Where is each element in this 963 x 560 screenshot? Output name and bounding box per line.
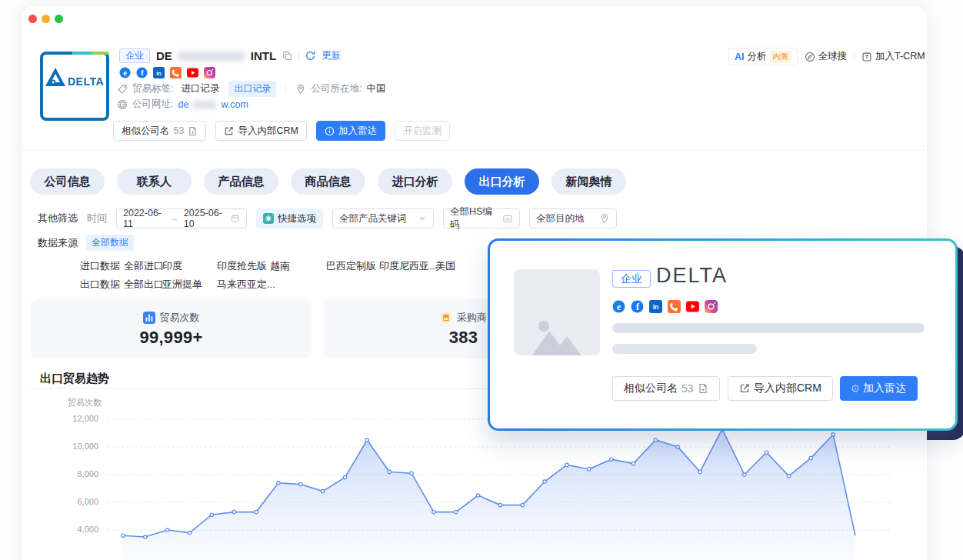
copy-icon[interactable] bbox=[282, 51, 292, 61]
y-axis-tick-label: 6,000 bbox=[46, 497, 98, 506]
import-crm-button[interactable]: 导入内部CRM bbox=[728, 376, 833, 401]
import-record-tag[interactable]: 进口记录 bbox=[181, 82, 219, 95]
facebook-icon[interactable]: f bbox=[136, 67, 148, 78]
location-label: 公司所在地: bbox=[311, 82, 362, 95]
similar-company-button[interactable]: 相似公司名 53 bbox=[113, 121, 206, 141]
data-source-option[interactable]: 美国 bbox=[435, 259, 455, 273]
logo-accent-teal bbox=[72, 52, 92, 55]
quick-options-button[interactable]: 快捷选项 bbox=[256, 208, 323, 228]
location-icon bbox=[295, 84, 306, 95]
ai-analysis-button[interactable]: AI 分析 内测 bbox=[728, 48, 798, 65]
export-record-tag[interactable]: 出口记录 bbox=[228, 81, 276, 97]
hs-code-select[interactable]: 全部HS编码 HS bbox=[443, 208, 520, 228]
svg-text:e: e bbox=[617, 302, 621, 312]
company-logo: DELTA bbox=[40, 52, 109, 121]
svg-text:e: e bbox=[123, 68, 127, 77]
data-source-option[interactable]: 巴西定制版 bbox=[326, 259, 376, 273]
tab-export-analysis[interactable]: 出口分析 bbox=[465, 168, 539, 195]
global-search-button[interactable]: 全球搜 bbox=[805, 50, 848, 63]
refresh-button[interactable]: 更新 bbox=[322, 49, 341, 62]
start-monitor-button[interactable]: 开启监测 bbox=[395, 121, 450, 141]
stat-label: 贸易次数 bbox=[160, 311, 200, 325]
product-keyword-select[interactable]: 全部产品关键词 bbox=[332, 208, 434, 228]
add-radar-button[interactable]: 加入雷达 bbox=[840, 376, 918, 401]
tab-news[interactable]: 新闻舆情 bbox=[551, 168, 626, 195]
stat-label: 采购商 bbox=[457, 311, 487, 325]
company-image-placeholder bbox=[514, 269, 600, 355]
data-source-option[interactable]: 印度 bbox=[162, 259, 182, 273]
refresh-icon[interactable] bbox=[305, 51, 315, 61]
stat-value: 383 bbox=[449, 328, 478, 348]
svg-text:in: in bbox=[653, 303, 659, 311]
data-source-selected[interactable]: 全部数据 bbox=[86, 235, 134, 251]
screenshot-root: DELTA 企业 DE INTL 更新 efin 贸易标签: 进口记录 出口记录… bbox=[0, 0, 963, 560]
redacted-domain bbox=[193, 101, 216, 108]
data-source-option[interactable]: 全部进口 bbox=[124, 259, 164, 273]
similar-company-button[interactable]: 相似公司名 53 bbox=[612, 376, 720, 401]
divider bbox=[285, 85, 286, 94]
tab-goods-info[interactable]: 商品信息 bbox=[291, 168, 365, 195]
stat-value: 99,999+ bbox=[139, 328, 202, 348]
website-icon[interactable]: e bbox=[612, 300, 625, 313]
calendar-icon bbox=[231, 213, 240, 224]
website-link-suffix[interactable]: w.com bbox=[221, 99, 248, 110]
buyer-icon bbox=[440, 312, 452, 324]
data-source-option[interactable]: 马来西亚定... bbox=[217, 278, 275, 292]
youtube-icon[interactable] bbox=[686, 300, 699, 313]
website-icon[interactable]: e bbox=[119, 67, 131, 78]
join-tcrm-button[interactable]: 加入T-CRM bbox=[861, 50, 925, 63]
tab-company-info[interactable]: 公司信息 bbox=[30, 168, 105, 195]
phone-icon[interactable] bbox=[170, 67, 182, 78]
other-filters-label[interactable]: 其他筛选 bbox=[38, 212, 78, 225]
data-source-group-label: 出口数据 bbox=[80, 278, 120, 292]
logo-accent-green bbox=[92, 52, 109, 55]
date-range-picker[interactable]: 2022-06-11 → 2025-06-10 bbox=[116, 208, 247, 228]
hs-code-icon: HS bbox=[502, 213, 513, 225]
linkedin-icon[interactable]: in bbox=[649, 300, 662, 313]
instagram-icon[interactable] bbox=[204, 67, 215, 78]
company-overlay-card: 企业 DELTA efin 相似公司名 53 导入内部CRM 加入雷达 bbox=[488, 238, 958, 431]
tab-contacts[interactable]: 联系人 bbox=[117, 168, 192, 195]
compass-icon bbox=[805, 52, 815, 62]
skeleton-line bbox=[612, 323, 925, 333]
destination-select[interactable]: 全部目的地 bbox=[529, 208, 617, 228]
document-icon bbox=[188, 126, 198, 136]
instagram-icon[interactable] bbox=[705, 300, 718, 313]
import-crm-button[interactable]: 导入内部CRM bbox=[215, 121, 306, 141]
close-window-button[interactable] bbox=[28, 15, 37, 23]
data-source-header: 数据来源 全部数据 bbox=[38, 235, 134, 251]
phone-icon[interactable] bbox=[668, 300, 681, 313]
image-placeholder-icon bbox=[532, 317, 581, 355]
data-source-option[interactable]: 印度尼西亚... bbox=[379, 259, 438, 273]
facebook-icon[interactable]: f bbox=[631, 300, 644, 313]
linkedin-icon[interactable]: in bbox=[153, 67, 165, 78]
svg-text:f: f bbox=[141, 68, 144, 77]
y-axis-label: 贸易次数 bbox=[68, 397, 102, 408]
chart-title: 出口贸易趋势 bbox=[40, 372, 109, 386]
tab-import-analysis[interactable]: 进口分析 bbox=[378, 168, 452, 195]
minimize-window-button[interactable] bbox=[42, 15, 50, 23]
quick-options-icon bbox=[263, 213, 274, 224]
window-controls bbox=[28, 15, 63, 23]
data-source-option[interactable]: 越南 bbox=[270, 259, 290, 273]
y-axis-tick-label: 10,000 bbox=[46, 442, 98, 451]
youtube-icon[interactable] bbox=[187, 67, 198, 78]
company-type-badge: 企业 bbox=[612, 270, 651, 288]
divider bbox=[298, 52, 299, 61]
add-radar-button[interactable]: 加入雷达 bbox=[316, 121, 385, 141]
tag-icon bbox=[117, 84, 128, 95]
social-links-row: efin bbox=[612, 300, 718, 313]
data-source-option[interactable]: 亚洲提单 bbox=[162, 278, 202, 292]
info-icon bbox=[325, 126, 335, 136]
social-links-row: efin bbox=[119, 67, 215, 78]
y-axis-tick-label: 8,000 bbox=[46, 469, 98, 478]
data-source-option[interactable]: 印度抢先版 bbox=[217, 259, 267, 273]
divider bbox=[854, 52, 855, 62]
svg-text:HS: HS bbox=[505, 217, 511, 221]
ai-label: AI bbox=[735, 52, 745, 62]
header-divider bbox=[22, 150, 926, 151]
tab-product-info[interactable]: 产品信息 bbox=[204, 168, 278, 195]
maximize-window-button[interactable] bbox=[55, 15, 63, 23]
data-source-option[interactable]: 全部出口 bbox=[124, 278, 164, 292]
website-link-prefix[interactable]: de bbox=[178, 99, 188, 110]
